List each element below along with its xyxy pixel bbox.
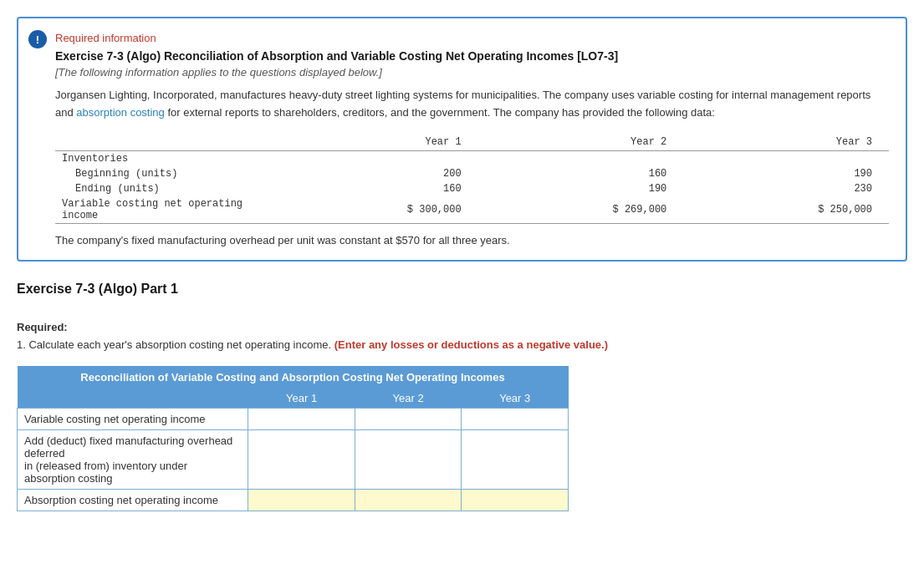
vc-y3: $ 250,000 [683, 196, 889, 224]
info-box: ! Required information Exercise 7-3 (Alg… [17, 17, 907, 262]
recon-subheader-row: Year 1 Year 2 Year 3 [18, 389, 569, 409]
beginning-units-label: Beginning (units) [55, 166, 273, 181]
recon-row-adddeduct: Add (deduct) fixed manufacturing overhea… [18, 430, 569, 490]
instruction-1: 1. Calculate each year's absorption cost… [17, 338, 331, 351]
description: Jorgansen Lighting, Incorporated, manufa… [55, 87, 889, 122]
input-row2-y3[interactable] [468, 454, 561, 466]
recon-row2-y2[interactable] [355, 430, 462, 490]
recon-row1-label: Variable costing net operating income [18, 409, 248, 430]
input-row3-y1[interactable] [255, 494, 348, 506]
col-year3-header: Year 3 [683, 134, 889, 151]
table-row: Beginning (units) 200 160 190 [55, 166, 889, 181]
recon-col-year2: Year 2 [355, 389, 462, 409]
info-icon: ! [28, 30, 47, 48]
table-row: Inventories [55, 150, 889, 166]
recon-row1-y3[interactable] [462, 409, 569, 430]
instruction-bold: (Enter any losses or deductions as a neg… [334, 338, 608, 351]
input-row2-y2[interactable] [362, 454, 455, 466]
required-header: Required: [17, 321, 907, 333]
col-year2-header: Year 2 [478, 134, 684, 151]
col-label-header [18, 389, 248, 409]
recon-table: Reconciliation of Variable Costing and A… [17, 366, 569, 511]
exercise-title: Exercise 7-3 (Algo) Reconciliation of Ab… [55, 49, 889, 63]
ending-units-label: Ending (units) [55, 181, 273, 196]
data-table: Year 1 Year 2 Year 3 Inventories Beginni… [55, 134, 889, 224]
footnote: The company's fixed manufacturing overhe… [55, 234, 889, 246]
table-row: Ending (units) 160 190 230 [55, 181, 889, 196]
recon-table-wrapper: Reconciliation of Variable Costing and A… [17, 366, 569, 511]
recon-row1-y1[interactable] [248, 409, 355, 430]
recon-header-row: Reconciliation of Variable Costing and A… [18, 366, 569, 389]
subtitle: [The following information applies to th… [55, 66, 889, 79]
inventories-label: Inventories [55, 150, 273, 166]
recon-row2-y3[interactable] [462, 430, 569, 490]
variable-costing-label: Variable costing net operating income [55, 196, 273, 224]
input-row3-y2[interactable] [362, 494, 455, 506]
ending-y1: 160 [273, 181, 478, 196]
col-year1-header: Year 1 [273, 134, 478, 151]
beginning-y1: 200 [273, 166, 478, 181]
ending-y2: 190 [478, 181, 684, 196]
recon-row3-y3[interactable] [462, 490, 569, 511]
input-row1-y1[interactable] [255, 413, 348, 425]
input-row1-y3[interactable] [468, 413, 561, 425]
vc-y1: $ 300,000 [273, 196, 478, 224]
recon-col-year3: Year 3 [462, 389, 569, 409]
table-row: Variable costing net operating income $ … [55, 196, 889, 224]
recon-col-year1: Year 1 [248, 389, 355, 409]
vc-y2: $ 269,000 [478, 196, 684, 224]
part-title: Exercise 7-3 (Algo) Part 1 [17, 282, 907, 297]
input-row3-y3[interactable] [468, 494, 561, 506]
beginning-y2: 160 [478, 166, 684, 181]
recon-row2-y1[interactable] [248, 430, 355, 490]
recon-row3-y1[interactable] [248, 490, 355, 511]
recon-row3-y2[interactable] [355, 490, 462, 511]
instruction-text: 1. Calculate each year's absorption cost… [17, 337, 907, 353]
recon-row-absorption: Absorption costing net operating income [18, 490, 569, 511]
input-row2-y1[interactable] [255, 454, 348, 466]
beginning-y3: 190 [683, 166, 889, 181]
recon-row1-y2[interactable] [355, 409, 462, 430]
recon-table-title: Reconciliation of Variable Costing and A… [18, 366, 569, 389]
ending-y3: 230 [683, 181, 889, 196]
recon-row2-label: Add (deduct) fixed manufacturing overhea… [18, 430, 248, 490]
input-row1-y2[interactable] [362, 413, 455, 425]
required-label: Required information [55, 32, 889, 44]
recon-row3-label: Absorption costing net operating income [18, 490, 248, 511]
recon-row-variable: Variable costing net operating income [18, 409, 569, 430]
highlight-absorption: absorption costing [76, 106, 165, 119]
